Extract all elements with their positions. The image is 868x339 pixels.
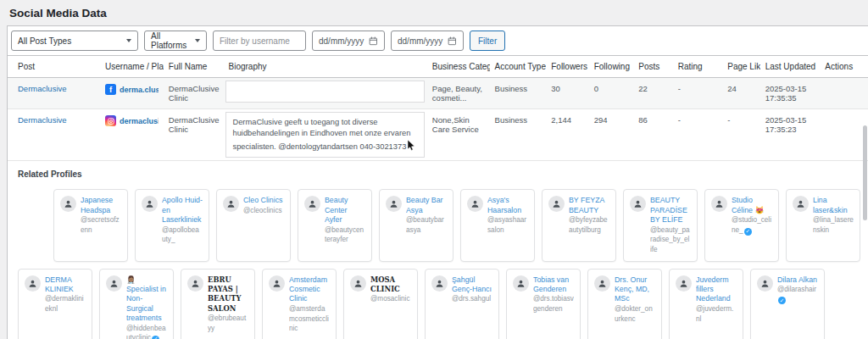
profile-username: @amsterdamcosmeticclinic [289, 305, 329, 332]
avatar [142, 196, 158, 212]
profile-name-link[interactable]: Tobias van Genderen [533, 275, 569, 293]
person-avatar-icon [598, 279, 607, 288]
post-type-select[interactable]: All Post Types [11, 31, 138, 51]
profile-card[interactable]: BEAUTY PARADİSE BY ELİFE @beauty_paradis… [623, 189, 698, 261]
profile-card[interactable]: Tobias van Genderen @drs.tobiasvgenderen [506, 269, 581, 339]
chevron-down-icon [195, 39, 200, 42]
table-header-row: PostUsername / PlatformFull NameBiograph… [8, 56, 868, 78]
date-from-input[interactable]: dd/mm/yyyy [312, 31, 385, 51]
filter-button[interactable]: Filter [470, 31, 505, 51]
avatar [431, 275, 448, 292]
avatar [350, 275, 366, 292]
profile-name-link[interactable]: Apollo Huid- en Laserkliniek [162, 196, 203, 224]
biography-cell: DermaClusive geeft u toegang tot diverse… [223, 109, 426, 161]
username-platform-cell: dermaclusive [100, 109, 164, 161]
username-platform: fderma.clusive.clinic [105, 84, 159, 95]
profile-card[interactable]: MOSA CLINIC @mosaclinic [343, 269, 418, 339]
profile-name-link[interactable]: Juvederm fillers Nederland [696, 275, 731, 303]
biography-cell [223, 78, 426, 109]
related-profiles-section: Related ProfilesJapanese Headspa @secret… [8, 161, 868, 339]
profile-username: @beautycenterayfer [325, 226, 364, 244]
profile-username: @drs.sahgul [452, 295, 491, 303]
avatar [304, 196, 320, 212]
profile-card-text: BEAUTY PARADİSE BY ELİFE @beauty_paradis… [650, 196, 691, 254]
column-header-actions: Actions [820, 56, 868, 78]
profile-card[interactable]: Asya's Haarsalon @asyashaarsalon [460, 189, 535, 261]
profile-card-text: MOSA CLINIC @mosaclinic [370, 275, 411, 339]
column-header-full-name: Full Name [164, 56, 224, 78]
profile-name-link[interactable]: Beauty Center Ayfer [325, 196, 348, 224]
profile-name-link[interactable]: Lina laser&skin [813, 196, 848, 214]
profile-name-link[interactable]: 👩🏽‍⚕️ Specialist in Non-Surgical treatme… [126, 275, 166, 323]
profile-name-link[interactable]: Drs. Onur Kenç, MD, MSc [615, 275, 649, 303]
profile-name-link[interactable]: EBRU PAYAS | BEAUTY SALON [208, 275, 241, 313]
column-header-rating: Rating [673, 56, 723, 78]
profile-card[interactable]: Juvederm fillers Nederland @juvederm.nl [669, 269, 743, 339]
instagram-icon [105, 115, 116, 126]
avatar [757, 275, 773, 292]
profile-name-link[interactable]: Studio Céline 😻 [732, 196, 764, 214]
person-avatar-icon [64, 199, 73, 208]
post-link[interactable]: Dermaclusive [18, 84, 67, 93]
following-cell: 294 [589, 109, 634, 161]
post-link[interactable]: Dermaclusive [18, 115, 67, 125]
person-avatar-icon [715, 199, 724, 208]
profile-name-link[interactable]: Cleo Clinics [243, 196, 282, 204]
business-category-cell: None,Skin Care Service [427, 109, 490, 161]
profile-name-link[interactable]: MOSA CLINIC [370, 275, 400, 293]
profile-name-link[interactable]: DERMA KLINIEK [45, 275, 74, 293]
date-to-input[interactable]: dd/mm/yyyy [391, 31, 464, 51]
posts-cell: 22 [633, 78, 672, 109]
profile-card[interactable]: Dilara Alkan @dilarashair✓ [750, 269, 825, 339]
content-panel: All Post Types All Platforms dd/mm/yyyy … [7, 25, 868, 339]
person-avatar-icon [389, 199, 398, 208]
followers-cell: 2,144 [546, 109, 588, 161]
person-avatar-icon [226, 199, 236, 208]
profile-card[interactable]: Lina laser&skin @lina_laserenskin [786, 189, 860, 261]
profile-name-link[interactable]: Asya's Haarsalon [487, 196, 521, 214]
last-updated-cell: 2025-03-1517:35:35 [760, 78, 821, 109]
person-avatar-icon [353, 279, 363, 288]
social-media-table: PostUsername / PlatformFull NameBiograph… [8, 56, 868, 339]
profile-card-text: Apollo Huid- en Laserkliniek @apollobeau… [162, 196, 203, 254]
profile-name-link[interactable]: Dilara Alkan [777, 275, 817, 284]
profile-name-link[interactable]: Japanese Headspa [81, 196, 113, 214]
profile-card[interactable]: EBRU PAYAS | BEAUTY SALON @ebrubeautyy [181, 269, 255, 339]
profile-card[interactable]: BY FEYZA BEAUTY @byfeyzabeautytilburg [542, 189, 616, 261]
post-cell: Dermaclusive [8, 78, 100, 109]
person-avatar-icon [435, 279, 444, 288]
profile-name-link[interactable]: Beauty Bar Asya [406, 196, 443, 214]
profile-card[interactable]: Amsterdam Cosmetic Clinic @amsterdamcosm… [262, 269, 337, 339]
biography-box: DermaClusive geeft u toegang tot diverse… [225, 112, 424, 158]
profile-card[interactable]: Şahgül Genç-Hancı @drs.sahgul [425, 269, 499, 339]
platform-select[interactable]: All Platforms [144, 31, 207, 51]
avatar [269, 275, 285, 292]
avatar [630, 196, 646, 212]
profile-username: @asyashaarsalon [487, 216, 526, 234]
profile-name-link[interactable]: Şahgül Genç-Hancı [452, 275, 492, 293]
avatar [187, 275, 203, 292]
profile-card[interactable]: Beauty Center Ayfer @beautycenterayfer [298, 189, 372, 261]
username-link[interactable]: dermaclusive [120, 117, 159, 125]
profile-name-link[interactable]: BY FEYZA BEAUTY [569, 196, 604, 214]
username-filter-input[interactable] [213, 31, 306, 51]
username-platform-cell: fderma.clusive.clinic [100, 78, 164, 109]
account-type-cell: Business [490, 109, 547, 161]
profile-card[interactable]: Apollo Huid- en Laserkliniek @apollobeau… [135, 189, 209, 261]
profile-card[interactable]: 👩🏽‍⚕️ Specialist in Non-Surgical treatme… [99, 269, 174, 339]
profile-card[interactable]: DERMA KLINIEK @dermaklinieknl [18, 269, 92, 339]
profile-card[interactable]: Japanese Headspa @secretsofzenn [53, 189, 128, 261]
profile-card-text: 👩🏽‍⚕️ Specialist in Non-Surgical treatme… [126, 275, 167, 339]
profile-card[interactable]: Beauty Bar Asya @beautybarasya [379, 189, 453, 261]
avatar [793, 196, 809, 212]
profile-name-link[interactable]: BEAUTY PARADİSE BY ELİFE [650, 196, 687, 224]
platform-select-value: All Platforms [151, 31, 190, 50]
profile-card[interactable]: Cleo Clinics @cleoclinics [216, 189, 291, 261]
profile-name-link[interactable]: Amsterdam Cosmetic Clinic [289, 275, 327, 303]
column-header-post: Post [8, 56, 100, 78]
profile-card-text: Drs. Onur Kenç, MD, MSc @dokter_onurkenc [615, 275, 655, 339]
profile-card[interactable]: Studio Céline 😻 @studio_celine_✓ [704, 189, 779, 261]
profile-card[interactable]: Drs. Onur Kenç, MD, MSc @dokter_onurkenc [587, 269, 662, 339]
vertical-scrollbar[interactable] [863, 125, 867, 220]
username-link[interactable]: derma.clusive.clinic [120, 86, 159, 94]
